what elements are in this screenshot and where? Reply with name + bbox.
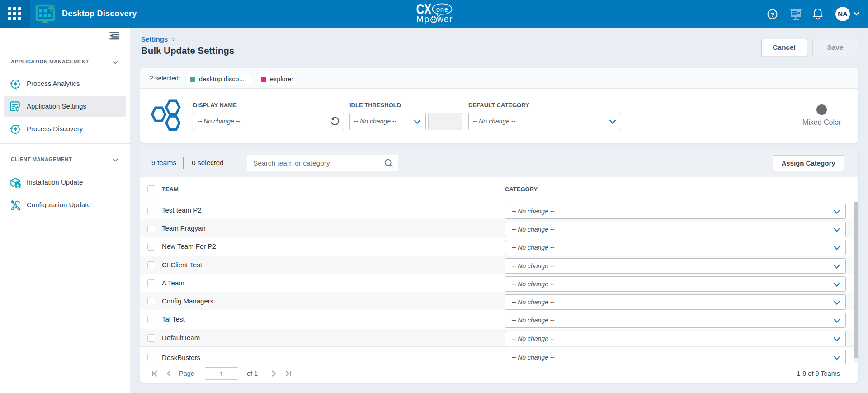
svg-text:Mp: Mp xyxy=(416,14,430,24)
svg-text:wer: wer xyxy=(437,14,453,24)
svg-text:one: one xyxy=(436,6,449,13)
svg-text:?: ? xyxy=(771,11,774,18)
